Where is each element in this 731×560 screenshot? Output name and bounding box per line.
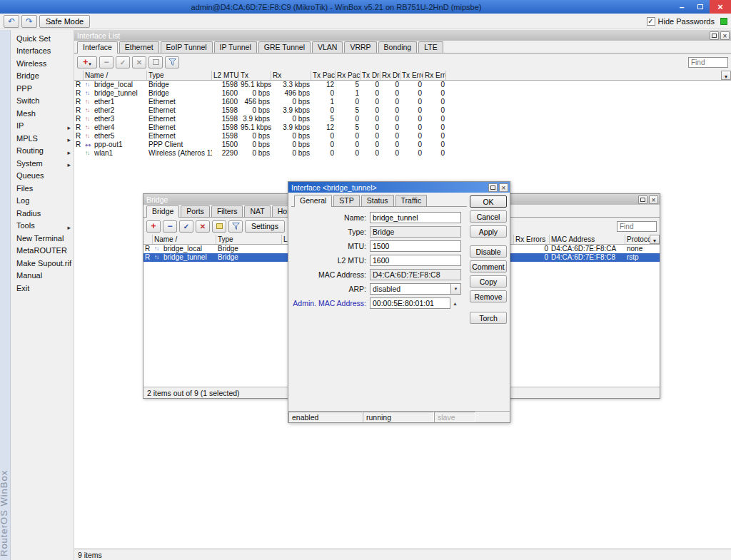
column-header-type[interactable]: Type [216,235,282,244]
disable-bridge-button[interactable] [196,220,210,233]
safe-mode-button[interactable]: Safe Mode [39,15,90,28]
column-selector-button[interactable] [721,71,731,80]
interface-row[interactable]: R bridge_local Bridge 1598 95.1 kbps 3.3… [74,81,731,89]
dialog-action-button[interactable]: Copy [470,275,507,287]
remove-interface-button[interactable] [99,56,114,68]
tab[interactable]: Interface [77,41,118,54]
column-header-rx-drops[interactable]: Rx Drops [380,71,400,80]
sidebar-item[interactable]: Quick Set [11,32,74,45]
dropdown-arrow-icon[interactable] [450,284,460,294]
dialog-action-button[interactable]: Disable [470,245,507,258]
interface-row[interactable]: R ether4 Ethernet 1598 95.1 kbps 3.9 kbp… [74,123,731,132]
mtu-input[interactable] [370,240,461,252]
interface-row[interactable]: R ether2 Ethernet 1598 0 bps 3.9 kbps 0 … [74,106,731,115]
column-header-mac-address[interactable]: MAC Address [550,235,625,244]
tab[interactable]: NAT [244,205,270,217]
tab[interactable]: VRRP [344,41,376,53]
column-header-tx-drops[interactable]: Tx Drops [361,71,380,80]
redo-button[interactable] [21,15,37,28]
column-header-rx-packets[interactable]: Rx Pac... [336,71,361,80]
undo-button[interactable] [4,15,19,28]
sidebar-item[interactable]: Log [11,195,74,208]
unset-field-arrow-icon[interactable] [453,301,458,306]
maximize-button[interactable] [691,0,710,14]
sidebar-item[interactable]: Switch [11,95,74,108]
column-header-type[interactable]: Type [147,71,212,80]
tab[interactable]: Bridge [146,205,179,218]
restore-window-button[interactable] [638,195,647,204]
sidebar-item[interactable]: Tools [11,220,74,233]
name-input[interactable] [370,212,461,223]
filter-button[interactable] [165,56,179,68]
interface-row[interactable]: R ppp-out1 PPP Client 1500 0 bps 0 bps 0… [74,141,731,149]
sidebar-item[interactable]: Radius [11,207,74,220]
close-window-button[interactable] [499,183,508,192]
dialog-action-button[interactable]: Apply [470,225,507,238]
sidebar-item[interactable]: Bridge [11,70,74,83]
tab[interactable]: Ethernet [119,41,159,53]
close-window-button[interactable] [649,195,658,204]
dialog-action-button[interactable]: Comment [470,260,507,273]
interface-row[interactable]: R bridge_tunnel Bridge 1600 0 bps 496 bp… [74,89,731,98]
sidebar-item[interactable]: MPLS [11,132,74,145]
admin-mac-input[interactable] [370,297,450,309]
enable-interface-button[interactable] [116,56,130,68]
sidebar-item[interactable]: Wireless [11,57,74,70]
sidebar-item[interactable]: Queues [11,170,74,183]
column-header-l2mtu[interactable]: L2 MTU [212,71,239,80]
interface-row[interactable]: R ether1 Ethernet 1600 456 bps 0 bps 1 0… [74,98,731,106]
sidebar-item[interactable]: Interfaces [11,45,74,58]
sidebar-item[interactable]: Exit [11,282,74,295]
interface-row[interactable]: R ether5 Ethernet 1598 0 bps 0 bps 0 0 0… [74,132,731,141]
sidebar-item[interactable]: Routing [11,145,74,158]
tab[interactable]: Traffic [395,195,428,206]
sidebar-item[interactable]: PPP [11,82,74,95]
tab[interactable]: Status [361,195,394,206]
tab[interactable]: General [294,195,332,207]
comment-button[interactable] [212,220,226,233]
column-selector-button[interactable] [650,235,660,244]
tab[interactable]: LTE [418,41,443,53]
tab[interactable]: IP Tunnel [214,41,257,53]
enable-bridge-button[interactable] [179,220,193,233]
close-button[interactable] [710,0,731,14]
column-header-rx-errors[interactable]: Rx Errors [514,235,550,244]
close-window-button[interactable] [720,31,730,40]
column-header-name[interactable]: Name / [153,235,216,244]
tab[interactable]: Ports [181,205,210,217]
dialog-action-button[interactable]: Torch [470,312,507,324]
tab[interactable]: STP [333,195,359,206]
sidebar-item[interactable]: New Terminal [11,232,74,245]
sidebar-item[interactable]: Manual [11,270,74,282]
sidebar-item[interactable]: Make Supout.rif [11,257,74,270]
l2mtu-input[interactable] [370,255,461,266]
minimize-button[interactable] [672,0,691,14]
restore-window-button[interactable] [488,183,498,192]
arp-select[interactable]: disabled [370,283,461,295]
interface-row[interactable]: wlan1 Wireless (Atheros 11N) 2290 0 bps … [74,149,731,158]
hide-passwords-checkbox[interactable]: Hide Passwords [647,17,715,26]
dialog-action-button[interactable]: OK [470,195,507,208]
settings-button[interactable]: Settings [245,220,285,233]
dialog-action-button[interactable]: Remove [470,290,507,302]
tab[interactable]: Filters [211,205,243,217]
column-header-rx-errors[interactable]: Rx Errors [423,71,446,80]
tab[interactable]: Bonding [378,41,418,53]
column-header-tx[interactable]: Tx [239,71,271,80]
sidebar-item[interactable]: Mesh [11,107,74,120]
sidebar-item[interactable]: MetaROUTER [11,245,74,258]
dialog-action-button[interactable]: Cancel [470,210,507,223]
disable-interface-button[interactable] [132,56,146,68]
interface-list-titlebar[interactable]: Interface List [74,30,731,41]
column-header-name[interactable]: Name / [84,71,147,80]
find-input[interactable] [617,221,657,232]
dialog-titlebar[interactable]: Interface <bridge_tunnel> [288,182,510,193]
find-input[interactable] [688,57,728,68]
restore-window-button[interactable] [710,31,719,40]
sidebar-item[interactable]: Files [11,182,74,195]
sidebar-item[interactable]: IP [11,120,74,133]
interface-row[interactable]: R ether3 Ethernet 1598 3.9 kbps 0 bps 5 … [74,115,731,123]
column-header-rx[interactable]: Rx [271,71,311,80]
add-bridge-button[interactable] [146,220,161,233]
app-titlebar[interactable]: admin@D4:CA:6D:7E:F8:C9 (MikroTik) - Win… [0,0,731,14]
